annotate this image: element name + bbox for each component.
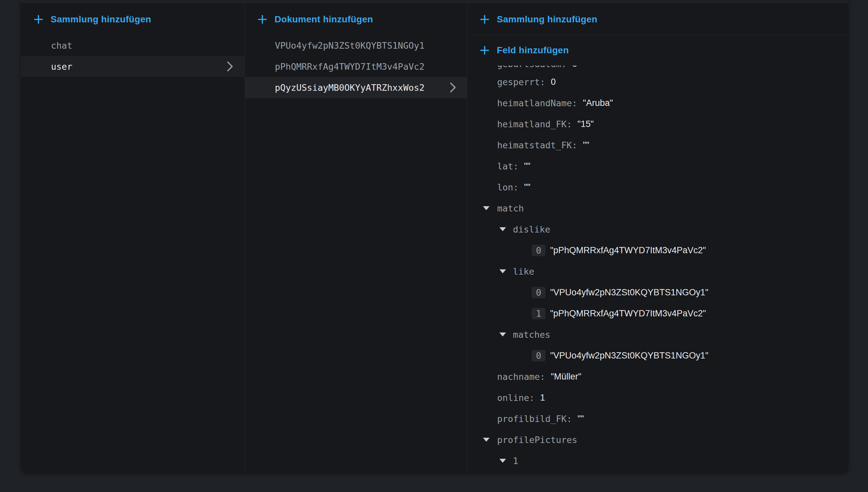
collections-column: Sammlung hinzufügen chatuser bbox=[21, 0, 245, 473]
array-item-row[interactable]: 1"pPhQMRRxfAg4TWYD7ItM3v4PaVc2" bbox=[467, 303, 848, 324]
field-row[interactable]: heimatlandName:"Aruba" bbox=[467, 92, 848, 114]
array-index: 0 bbox=[532, 287, 545, 298]
partial-row-text: geburtsdatum: 0 bbox=[467, 66, 848, 71]
field-key: lat: bbox=[497, 161, 518, 171]
arrow-drop-down-icon[interactable] bbox=[500, 459, 506, 463]
field-row[interactable]: lat:"" bbox=[467, 155, 848, 177]
field-key: heimatlandName: bbox=[497, 98, 577, 108]
field-key: match bbox=[497, 203, 524, 214]
field-value: "pPhQMRRxfAg4TWYD7ItM3v4PaVc2" bbox=[550, 309, 706, 319]
document-row[interactable]: pPhQMRRxfAg4TWYD7ItM3v4PaVc2 bbox=[245, 56, 467, 77]
field-key: dislike bbox=[513, 224, 551, 235]
field-row[interactable]: like bbox=[467, 261, 848, 282]
field-key: like bbox=[513, 266, 534, 277]
arrow-drop-down-icon[interactable] bbox=[500, 333, 506, 337]
array-index: 1 bbox=[532, 308, 545, 319]
field-value: "VPUo4yfw2pN3ZSt0KQYBTS1NGOy1" bbox=[550, 288, 708, 298]
field-row[interactable]: profilePictures bbox=[467, 429, 848, 450]
field-key: matches bbox=[513, 329, 551, 340]
collection-row[interactable]: chat bbox=[21, 35, 245, 56]
documents-column: Dokument hinzufügen VPUo4yfw2pN3ZSt0KQYB… bbox=[245, 0, 467, 473]
array-index: 0 bbox=[532, 350, 545, 362]
field-key: 1 bbox=[513, 456, 518, 466]
field-value: 0 bbox=[572, 66, 577, 69]
field-value: 0 bbox=[551, 77, 556, 87]
field-key: nachname: bbox=[497, 372, 545, 382]
field-key: gesperrt: bbox=[497, 77, 545, 87]
arrow-drop-down-icon[interactable] bbox=[500, 269, 506, 273]
field-value: "" bbox=[524, 161, 530, 171]
add-subcollection-button[interactable]: Sammlung hinzufügen bbox=[467, 4, 848, 35]
plus-icon bbox=[480, 45, 490, 55]
field-key: lon: bbox=[497, 182, 518, 192]
field-value: "" bbox=[524, 182, 530, 192]
collections-list: chatuser bbox=[21, 35, 245, 77]
field-row[interactable]: heimatstadt_FK:"" bbox=[467, 134, 848, 155]
field-row[interactable]: nachname:"Müller" bbox=[467, 366, 848, 387]
plus-icon bbox=[33, 15, 43, 24]
field-value: "VPUo4yfw2pN3ZSt0KQYBTS1NGOy1" bbox=[550, 350, 708, 361]
field-key: profilePictures bbox=[497, 435, 577, 445]
document-row-label: pQyzUSsiayMB0OKYyATRZhxxWos2 bbox=[275, 82, 425, 93]
document-row[interactable]: pQyzUSsiayMB0OKYyATRZhxxWos2 bbox=[245, 77, 467, 98]
collection-row-label: user bbox=[51, 62, 72, 72]
arrow-drop-down-icon[interactable] bbox=[483, 206, 490, 210]
field-row[interactable]: heimatland_FK:"15" bbox=[467, 114, 848, 134]
field-key: geburtsdatum: bbox=[497, 66, 566, 69]
field-key: heimatstadt_FK: bbox=[497, 140, 577, 150]
field-value: "pPhQMRRxfAg4TWYD7ItM3v4PaVc2" bbox=[550, 245, 706, 255]
plus-icon bbox=[480, 15, 490, 24]
field-value: 1 bbox=[540, 393, 545, 403]
fields-column: Sammlung hinzufügen Feld hinzufügen gebu… bbox=[467, 0, 848, 473]
array-item-row[interactable]: 0"VPUo4yfw2pN3ZSt0KQYBTS1NGOy1" bbox=[467, 345, 848, 366]
field-row[interactable]: lon:"" bbox=[467, 177, 848, 198]
field-row[interactable]: matches bbox=[467, 324, 848, 345]
arrow-drop-down-icon[interactable] bbox=[500, 227, 506, 231]
field-value: "Aruba" bbox=[583, 98, 613, 108]
collection-row-label: chat bbox=[51, 41, 72, 51]
field-key: heimatland_FK: bbox=[497, 119, 572, 129]
field-value: "" bbox=[578, 414, 584, 424]
add-subcollection-label: Sammlung hinzufügen bbox=[497, 14, 597, 25]
chevron-right-icon bbox=[450, 82, 456, 93]
arrow-drop-down-icon[interactable] bbox=[483, 438, 490, 442]
firestore-data-panel: Sammlung hinzufügen chatuser Dokument hi… bbox=[21, 0, 848, 473]
field-key: online: bbox=[497, 393, 535, 403]
array-index: 0 bbox=[532, 245, 545, 256]
add-collection-label: Sammlung hinzufügen bbox=[51, 14, 151, 25]
top-strip bbox=[467, 0, 848, 4]
add-field-label: Feld hinzufügen bbox=[497, 45, 569, 55]
field-row[interactable]: dislike bbox=[467, 219, 848, 240]
add-document-label: Dokument hinzufügen bbox=[275, 14, 373, 25]
field-row[interactable]: online:1 bbox=[467, 387, 848, 408]
partially-scrolled-field-row[interactable]: geburtsdatum: 0 bbox=[467, 66, 848, 71]
add-collection-button[interactable]: Sammlung hinzufügen bbox=[21, 4, 245, 35]
field-row[interactable]: gesperrt:0 bbox=[467, 71, 848, 92]
chevron-right-icon bbox=[227, 61, 233, 72]
collection-row[interactable]: user bbox=[21, 56, 245, 77]
document-row-label: pPhQMRRxfAg4TWYD7ItM3v4PaVc2 bbox=[275, 62, 425, 72]
document-row[interactable]: VPUo4yfw2pN3ZSt0KQYBTS1NGOy1 bbox=[245, 35, 467, 56]
add-document-button[interactable]: Dokument hinzufügen bbox=[245, 4, 467, 35]
array-item-row[interactable]: 0"VPUo4yfw2pN3ZSt0KQYBTS1NGOy1" bbox=[467, 282, 848, 303]
array-item-row[interactable]: 0"pPhQMRRxfAg4TWYD7ItM3v4PaVc2" bbox=[467, 240, 848, 261]
document-row-label: VPUo4yfw2pN3ZSt0KQYBTS1NGOy1 bbox=[275, 41, 425, 51]
field-row[interactable]: profilbild_FK:"" bbox=[467, 408, 848, 429]
documents-list: VPUo4yfw2pN3ZSt0KQYBTS1NGOy1pPhQMRRxfAg4… bbox=[245, 35, 467, 98]
field-value: "Müller" bbox=[551, 372, 581, 382]
top-strip bbox=[245, 0, 467, 4]
field-value: "" bbox=[583, 140, 589, 150]
field-row[interactable]: match bbox=[467, 198, 848, 219]
field-row[interactable]: 1 bbox=[467, 450, 848, 471]
field-value: "15" bbox=[578, 119, 594, 129]
add-field-button[interactable]: Feld hinzufügen bbox=[467, 35, 848, 66]
plus-icon bbox=[257, 15, 267, 24]
fields-list: gesperrt:0heimatlandName:"Aruba"heimatla… bbox=[467, 71, 848, 471]
field-key: profilbild_FK: bbox=[497, 414, 572, 424]
top-strip bbox=[21, 0, 245, 4]
